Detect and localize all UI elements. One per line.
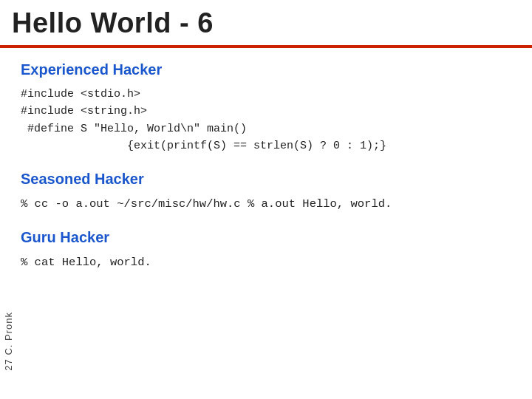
experienced-hacker-code: #include <stdio.h> #include <string.h> #… (21, 86, 511, 154)
experienced-hacker-heading: Experienced Hacker (21, 61, 511, 78)
page-title: Hello World - 6 (0, 0, 532, 45)
guru-hacker-heading: Guru Hacker (21, 229, 511, 246)
section-guru-hacker: Guru Hacker % cat Hello, world. (21, 229, 511, 271)
section-seasoned-hacker: Seasoned Hacker % cc -o a.out ~/src/misc… (21, 171, 511, 213)
seasoned-hacker-cmd: % cc -o a.out ~/src/misc/hw/hw.c % a.out… (21, 195, 511, 213)
guru-hacker-cmd: % cat Hello, world. (21, 253, 511, 271)
side-label: 27 C. Pronk (3, 312, 14, 371)
red-divider (0, 45, 532, 48)
section-experienced-hacker: Experienced Hacker #include <stdio.h> #i… (21, 61, 511, 154)
seasoned-hacker-heading: Seasoned Hacker (21, 171, 511, 188)
